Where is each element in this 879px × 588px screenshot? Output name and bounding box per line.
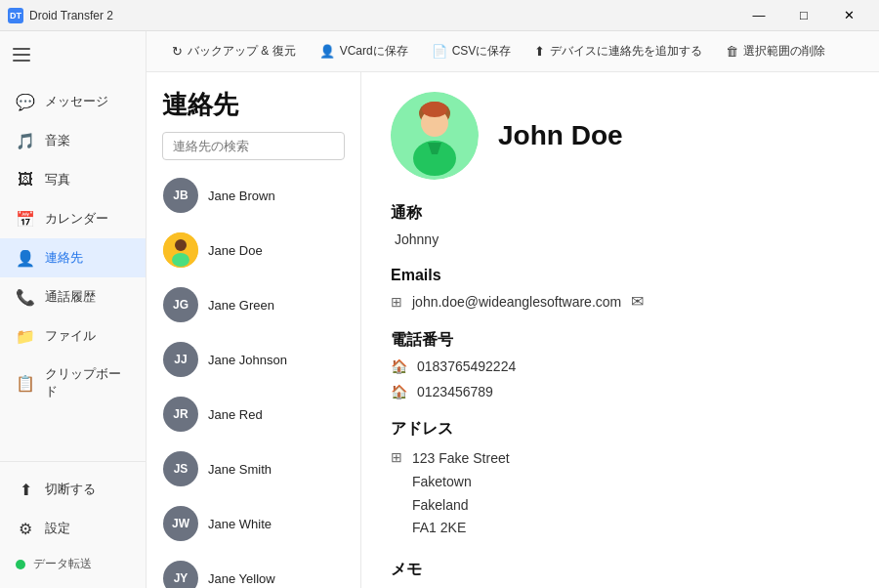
contact-name: Jane Red <box>208 407 263 422</box>
music-icon: 🎵 <box>16 131 35 150</box>
delete-button[interactable]: 🗑 選択範囲の削除 <box>716 38 835 64</box>
toolbar: ↻ バックアップ & 復元 👤 VCardに保存 📄 CSVに保存 ⬆ デバイス… <box>146 31 879 72</box>
hamburger-line <box>13 48 30 50</box>
avatar <box>163 232 198 268</box>
detail-name: John Doe <box>498 120 623 151</box>
app-icon: DT <box>8 8 23 23</box>
svg-point-2 <box>172 253 189 267</box>
address-region: Fakeland <box>412 494 510 518</box>
avatar: JJ <box>163 342 198 377</box>
vcard-icon: 👤 <box>319 44 335 59</box>
hamburger-line <box>13 60 30 62</box>
contact-name: Jane Yellow <box>208 571 275 586</box>
csv-icon: 📄 <box>432 44 447 59</box>
phone-number-1: 0183765492224 <box>417 358 516 374</box>
minimize-button[interactable]: — <box>736 0 781 31</box>
list-item[interactable]: JG Jane Green <box>146 277 360 332</box>
clipboard-icon: 📋 <box>16 373 35 393</box>
add-to-device-button[interactable]: ⬆ デバイスに連絡先を追加する <box>524 38 712 64</box>
list-item[interactable]: JB Jane Brown <box>146 168 360 223</box>
contact-name: Jane White <box>208 517 272 531</box>
settings-icon: ⚙ <box>16 519 35 538</box>
sidebar-item-clipboard[interactable]: 📋 クリップボード <box>0 356 146 410</box>
photos-icon: 🖼 <box>16 170 35 189</box>
sidebar-item-calendar[interactable]: 📅 カレンダー <box>0 199 146 238</box>
contact-name: Jane Doe <box>208 243 263 258</box>
list-item[interactable]: Jane Doe <box>146 223 360 277</box>
backup-label: バックアップ & 復元 <box>188 43 296 60</box>
sidebar-item-disconnect[interactable]: ⬆ 切断する <box>0 470 146 509</box>
sidebar-label-photos: 写真 <box>45 171 70 189</box>
list-item[interactable]: JJ Jane Johnson <box>146 332 360 387</box>
backup-button[interactable]: ↻ バックアップ & 復元 <box>162 38 306 64</box>
address-street: 123 Fake Street <box>412 447 510 471</box>
sidebar-label-music: 音楽 <box>45 132 70 149</box>
address-city: Faketown <box>412 471 510 494</box>
address-lines: 123 Fake Street Faketown Fakeland FA1 2K… <box>412 447 510 540</box>
sidebar-item-files[interactable]: 📁 ファイル <box>0 316 146 356</box>
contacts-icon: 👤 <box>16 248 35 268</box>
sidebar-item-calls[interactable]: 📞 通話履歴 <box>0 277 146 316</box>
sidebar-item-music[interactable]: 🎵 音楽 <box>0 121 146 160</box>
sidebar-item-photos[interactable]: 🖼 写真 <box>0 160 146 199</box>
send-email-icon[interactable]: ✉ <box>631 292 644 311</box>
vcard-button[interactable]: 👤 VCardに保存 <box>310 38 418 64</box>
phone-home-icon-2: 🏠 <box>391 384 407 399</box>
close-button[interactable]: ✕ <box>826 0 871 31</box>
avatar: JG <box>163 287 198 322</box>
sidebar-label-files: ファイル <box>45 327 96 345</box>
contacts-list: JB Jane Brown Jane Doe <box>146 168 360 588</box>
svg-point-9 <box>422 102 447 117</box>
nickname-section: 通称 Johnny <box>391 203 850 247</box>
calendar-icon: 📅 <box>16 209 35 229</box>
csv-label: CSVに保存 <box>452 43 512 60</box>
content-area: 連絡先 JB Jane Brown <box>146 72 879 588</box>
maximize-button[interactable]: □ <box>781 0 826 31</box>
detail-avatar-image <box>391 92 479 180</box>
list-item[interactable]: JW Jane White <box>146 496 360 551</box>
status-label: データ転送 <box>33 556 92 572</box>
sidebar-item-messages[interactable]: 💬 メッセージ <box>0 82 146 121</box>
memo-label: メモ <box>391 560 850 580</box>
phone-number-2: 0123456789 <box>417 384 493 399</box>
right-content: ↻ バックアップ & 復元 👤 VCardに保存 📄 CSVに保存 ⬆ デバイス… <box>146 31 879 588</box>
delete-icon: 🗑 <box>726 44 738 59</box>
hamburger-button[interactable] <box>4 39 39 70</box>
emails-label: Emails <box>391 267 850 284</box>
contacts-panel: 連絡先 JB Jane Brown <box>146 72 361 588</box>
sidebar-bottom: ⬆ 切断する ⚙ 設定 データ転送 <box>0 461 146 588</box>
csv-button[interactable]: 📄 CSVに保存 <box>422 38 522 64</box>
titlebar: DT Droid Transfer 2 — □ ✕ <box>0 0 879 31</box>
address-grid-icon: ⊞ <box>391 449 402 465</box>
sidebar-label-calls: 通話履歴 <box>45 288 96 306</box>
search-input[interactable] <box>162 132 345 160</box>
app-title: Droid Transfer 2 <box>29 9 113 22</box>
list-item[interactable]: JY Jane Yellow <box>146 551 360 588</box>
sidebar-label-disconnect: 切断する <box>45 481 96 498</box>
list-item[interactable]: JS Jane Smith <box>146 441 360 496</box>
status-dot <box>16 560 25 569</box>
memo-section: メモ This is a note about John Doe <box>391 560 850 588</box>
add-device-icon: ⬆ <box>534 44 545 59</box>
phone-row-2: 🏠 0123456789 <box>391 384 850 399</box>
emails-section: Emails ⊞ john.doe@wideanglesoftware.com … <box>391 267 850 311</box>
email-row: ⊞ john.doe@wideanglesoftware.com ✉ <box>391 292 850 311</box>
vcard-label: VCardに保存 <box>340 43 408 60</box>
address-section: アドレス ⊞ 123 Fake Street Faketown Fakeland… <box>391 419 850 540</box>
email-address: john.doe@wideanglesoftware.com <box>412 294 621 310</box>
address-label: アドレス <box>391 419 850 440</box>
sidebar-item-contacts[interactable]: 👤 連絡先 <box>0 238 146 277</box>
contacts-header: 連絡先 <box>146 72 360 168</box>
svg-point-1 <box>175 239 187 251</box>
phone-label: 電話番号 <box>391 330 850 351</box>
backup-icon: ↻ <box>172 44 183 59</box>
list-item[interactable]: JR Jane Red <box>146 387 360 441</box>
delete-label: 選択範囲の削除 <box>743 43 825 60</box>
disconnect-icon: ⬆ <box>16 480 35 499</box>
phone-row-1: 🏠 0183765492224 <box>391 358 850 374</box>
sidebar-item-settings[interactable]: ⚙ 設定 <box>0 509 146 548</box>
email-grid-icon: ⊞ <box>391 294 402 310</box>
titlebar-controls: — □ ✕ <box>736 0 871 31</box>
contacts-title: 連絡先 <box>162 88 345 122</box>
avatar: JY <box>163 561 198 588</box>
